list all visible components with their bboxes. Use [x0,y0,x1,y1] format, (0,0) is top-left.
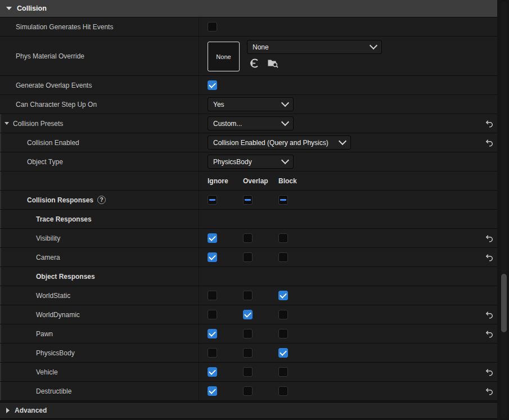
reset-to-default-button[interactable] [485,138,493,147]
checkbox-destructible-ignore[interactable] [208,386,217,396]
asset-thumbnail[interactable]: None [208,42,240,71]
row-channel-physicsbody: PhysicsBody [0,344,497,363]
category-header-collision[interactable]: Collision [0,0,497,17]
reset-to-default-button[interactable] [485,119,493,128]
checkbox-vehicle-ignore[interactable] [208,367,217,377]
reset-to-default-button[interactable] [485,234,493,242]
collapse-arrow-icon [6,7,12,10]
dropdown-value: None [253,43,269,51]
phys-material-dropdown[interactable]: None [247,40,382,54]
checkbox-destructible-block[interactable] [278,386,288,396]
checkbox-pawn-ignore[interactable] [208,329,217,338]
checkbox-responses-block-all[interactable] [278,195,288,205]
property-label: Can Character Step Up On [0,95,199,114]
label-text: WorldStatic [36,292,70,300]
checkbox-worldstatic-ignore[interactable] [208,291,217,300]
empty-label [0,171,199,190]
label-text: PhysicsBody [36,349,75,357]
label-text: Vehicle [36,368,58,376]
scrollbar-thumb[interactable] [501,274,507,332]
checkbox-vehicle-block[interactable] [278,367,288,377]
chevron-down-icon [281,156,289,164]
property-label: Simulation Generates Hit Events [0,17,199,36]
row-channel-camera: Camera [0,248,497,267]
checkbox-camera-ignore[interactable] [208,252,217,262]
row-object-type: Object Type PhysicsBody [0,152,497,171]
label-text: Collision Responses [27,196,93,204]
category-title: Collision [17,4,47,12]
checkbox-visibility-block[interactable] [278,233,288,243]
label-text: WorldDynamic [36,311,80,319]
chevron-down-icon [339,137,346,145]
checkbox-responses-overlap-all[interactable] [243,195,253,205]
dropdown-value: PhysicsBody [213,158,252,166]
help-icon[interactable] [97,196,106,204]
checkbox-physicsbody-overlap[interactable] [243,348,253,358]
label-text: Camera [36,254,60,261]
checkbox-vehicle-overlap[interactable] [243,367,253,377]
reset-to-default-button[interactable] [485,368,493,376]
checkbox-pawn-block[interactable] [278,329,288,338]
expand-arrow-icon [6,408,10,413]
channel-label: Destructible [0,382,199,400]
label-text: Pawn [36,330,53,338]
browse-to-asset-icon[interactable] [267,58,279,68]
channel-label: Visibility [0,229,199,247]
label-text: Collision Presets [13,120,63,128]
use-selected-asset-icon[interactable] [249,58,260,68]
object-type-dropdown[interactable]: PhysicsBody [208,155,294,169]
checkbox-pawn-overlap[interactable] [243,329,253,338]
collision-presets-dropdown[interactable]: Custom... [208,116,294,130]
scrollbar-track[interactable] [501,1,507,419]
category-header-advanced[interactable]: Advanced [0,402,497,419]
row-generate-overlap-events: Generate Overlap Events [0,76,497,95]
expander-arrow-icon[interactable] [4,122,9,125]
row-collision-responses: Collision Responses [0,191,497,210]
label-text: Simulation Generates Hit Events [16,23,113,31]
row-channel-pawn: Pawn [0,324,497,344]
property-label: Phys Material Override [0,37,199,75]
checkbox-physicsbody-ignore[interactable] [208,348,217,358]
checkbox-worldstatic-overlap[interactable] [243,291,253,300]
label-text: Visibility [36,234,60,242]
label-text: Collision Enabled [27,139,79,147]
checkbox-generate-overlap-events[interactable] [208,80,217,90]
channel-label: WorldDynamic [0,305,199,324]
column-header-block: Block [278,177,314,185]
row-channel-destructible: Destructible [0,382,497,401]
channel-label: Camera [0,248,199,267]
checkbox-worldstatic-block[interactable] [278,291,288,300]
reset-to-default-button[interactable] [485,329,493,338]
column-header-overlap: Overlap [243,177,278,185]
checkbox-destructible-overlap[interactable] [243,386,253,396]
row-channel-vehicle: Vehicle [0,363,497,382]
reset-to-default-button[interactable] [485,253,493,261]
checkbox-worlddynamic-block[interactable] [278,310,288,319]
checkbox-visibility-overlap[interactable] [243,233,253,243]
property-label: Generate Overlap Events [0,76,199,94]
checkbox-worlddynamic-ignore[interactable] [208,310,217,319]
checkbox-worlddynamic-overlap[interactable] [243,310,253,319]
dropdown-value: Collision Enabled (Query and Physics) [213,139,328,147]
label-text: Destructible [36,387,71,395]
label-text: Phys Material Override [16,52,84,60]
checkbox-camera-overlap[interactable] [243,252,253,262]
label-text: Trace Responses [36,215,92,223]
reset-to-default-button[interactable] [485,387,493,395]
channel-label: WorldStatic [0,286,199,305]
collision-enabled-dropdown[interactable]: Collision Enabled (Query and Physics) [208,136,351,150]
reset-to-default-button[interactable] [485,310,493,319]
checkbox-physicsbody-block[interactable] [278,348,288,358]
row-channel-worlddynamic: WorldDynamic [0,305,497,324]
checkbox-camera-block[interactable] [278,252,288,262]
checkbox-responses-ignore-all[interactable] [208,195,217,205]
can-character-step-up-on-dropdown[interactable]: Yes [208,97,294,111]
checkbox-visibility-ignore[interactable] [208,233,217,243]
chevron-down-icon [281,99,289,107]
checkbox-simulation-generates-hit-events[interactable] [208,22,217,31]
row-collision-presets: Collision Presets Custom... [0,114,497,133]
dropdown-value: Custom... [213,120,242,128]
property-label: Collision Enabled [0,133,199,152]
label-text: Object Type [27,158,63,166]
row-collision-enabled: Collision Enabled Collision Enabled (Que… [0,133,497,152]
